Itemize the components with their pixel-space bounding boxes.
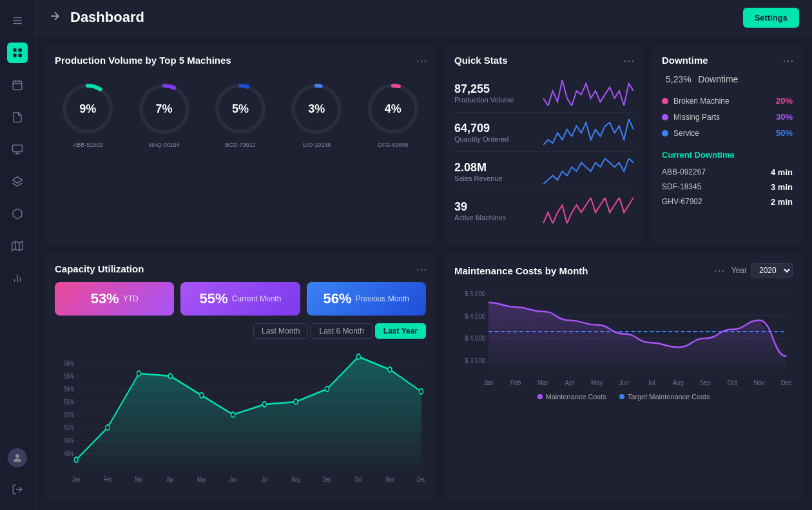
machine-circle: 3% UIO-10236 bbox=[287, 80, 345, 148]
sidebar-monitor-icon[interactable] bbox=[7, 139, 28, 160]
sidebar-map-icon[interactable] bbox=[7, 236, 28, 256]
svg-point-63 bbox=[106, 425, 110, 430]
quick-stats-card: Quick Stats ⋯ 87,255 Production Volume 6… bbox=[444, 44, 644, 245]
sidebar-logout-icon[interactable] bbox=[7, 479, 28, 500]
capacity-title: Capacity Utilization bbox=[55, 263, 426, 274]
svg-text:Jun: Jun bbox=[229, 476, 237, 483]
svg-text:Jul: Jul bbox=[647, 379, 655, 386]
filter-button[interactable]: Last Month bbox=[253, 323, 308, 339]
svg-point-65 bbox=[168, 373, 172, 379]
svg-text:$ 4.000: $ 4.000 bbox=[465, 335, 486, 342]
capacity-card: Capacity Utilization ⋯ 53% YTD 55% Curre… bbox=[44, 253, 436, 501]
production-volume-card: Production Volume by Top 5 Machines ⋯ 9%… bbox=[44, 44, 436, 245]
svg-marker-15 bbox=[12, 241, 23, 251]
svg-text:$ 5.000: $ 5.000 bbox=[465, 290, 486, 298]
maintenance-costs-card: Maintenance Costs by Month ⋯ Year 202020… bbox=[444, 253, 803, 501]
machine-circle: 4% OFG-69845 bbox=[364, 80, 422, 148]
sidebar-dashboard-icon[interactable] bbox=[7, 42, 28, 63]
svg-point-71 bbox=[356, 354, 360, 359]
svg-text:Nov: Nov bbox=[754, 379, 765, 386]
current-downtime-item: SDF-18345 3 min bbox=[662, 180, 793, 194]
stat-row: 87,255 Production Volume bbox=[454, 73, 633, 113]
legend-dot bbox=[537, 394, 543, 399]
maintenance-header: Maintenance Costs by Month ⋯ Year 202020… bbox=[454, 263, 793, 278]
sidebar-calendar-icon[interactable] bbox=[7, 75, 28, 95]
svg-text:Dec: Dec bbox=[417, 476, 426, 483]
svg-text:Aug: Aug bbox=[673, 379, 684, 386]
svg-text:$ 4.500: $ 4.500 bbox=[465, 313, 486, 320]
downtime-items: Broken Machine 20% Missing Parts 30% Ser… bbox=[662, 93, 793, 141]
svg-text:51%: 51% bbox=[64, 424, 74, 431]
legend-item: Target Maintenance Costs bbox=[619, 393, 710, 401]
year-select: Year 202020212022 bbox=[731, 263, 793, 278]
svg-point-62 bbox=[74, 457, 78, 462]
svg-text:Apr: Apr bbox=[565, 379, 575, 386]
svg-text:Feb: Feb bbox=[510, 379, 521, 386]
downtime-item: Missing Parts 30% bbox=[662, 109, 793, 125]
svg-point-66 bbox=[200, 393, 204, 398]
header: Dashboard Settings bbox=[35, 0, 812, 35]
svg-text:Mar: Mar bbox=[135, 476, 143, 483]
maintenance-menu[interactable]: ⋯ bbox=[713, 263, 725, 278]
svg-point-64 bbox=[137, 371, 141, 376]
downtime-dot bbox=[662, 130, 668, 137]
svg-rect-4 bbox=[19, 48, 22, 52]
sidebar-menu-icon[interactable] bbox=[7, 10, 28, 31]
svg-point-72 bbox=[388, 367, 392, 372]
svg-text:May: May bbox=[197, 476, 206, 483]
svg-text:Feb: Feb bbox=[104, 476, 112, 483]
svg-text:$ 3.500: $ 3.500 bbox=[465, 357, 486, 364]
svg-text:Sep: Sep bbox=[700, 379, 711, 386]
svg-text:55%: 55% bbox=[64, 373, 74, 380]
svg-text:Oct: Oct bbox=[728, 379, 737, 386]
downtime-dot bbox=[662, 98, 668, 104]
machine-circle: 7% MAQ-00194 bbox=[135, 80, 193, 148]
svg-text:49%: 49% bbox=[64, 450, 74, 457]
circles-row: 9% ABB-51502 7% MAQ-00194 bbox=[55, 73, 426, 151]
svg-point-67 bbox=[231, 412, 235, 417]
current-downtime-item: GHV-67902 2 min bbox=[662, 194, 793, 209]
svg-text:Jan: Jan bbox=[72, 476, 80, 483]
svg-rect-11 bbox=[13, 145, 23, 152]
quick-stats-menu[interactable]: ⋯ bbox=[623, 53, 635, 68]
capacity-box: 56% Previous Month bbox=[307, 282, 426, 316]
year-dropdown[interactable]: 202020212022 bbox=[751, 263, 793, 278]
svg-rect-7 bbox=[13, 81, 22, 90]
sidebar-document-icon[interactable] bbox=[7, 107, 28, 128]
production-volume-menu[interactable]: ⋯ bbox=[416, 53, 427, 68]
current-downtime-items: ABB-092267 4 min SDF-18345 3 min GHV-679… bbox=[662, 165, 793, 209]
filter-button[interactable]: Last 6 Month bbox=[311, 323, 372, 339]
svg-point-21 bbox=[15, 454, 19, 458]
svg-text:Mar: Mar bbox=[537, 379, 548, 386]
svg-text:50%: 50% bbox=[64, 437, 74, 444]
settings-button[interactable]: Settings bbox=[743, 8, 799, 28]
downtime-percentage: 5,23% Downtime bbox=[662, 73, 793, 85]
downtime-item: Broken Machine 20% bbox=[662, 93, 793, 109]
legend-dot bbox=[619, 394, 624, 399]
stat-row: 2.08M Sales Revenue bbox=[454, 152, 633, 191]
sidebar-cube-icon[interactable] bbox=[7, 203, 28, 224]
stat-row: 64,709 Quantity Ordered bbox=[454, 113, 633, 152]
svg-text:52%: 52% bbox=[64, 411, 74, 419]
machine-circle: 9% ABB-51502 bbox=[59, 80, 117, 148]
downtime-title: Downtime bbox=[662, 55, 793, 66]
capacity-box: 53% YTD bbox=[55, 282, 174, 316]
capacity-box: 55% Current Month bbox=[180, 282, 300, 316]
dashboard-body: Production Volume by Top 5 Machines ⋯ 9%… bbox=[35, 35, 812, 510]
downtime-dot bbox=[662, 114, 668, 120]
current-downtime-title: Current Downtime bbox=[662, 150, 793, 160]
svg-text:Sep: Sep bbox=[323, 476, 331, 483]
sidebar-avatar[interactable] bbox=[8, 448, 27, 468]
stats-container: 87,255 Production Volume 64,709 Quantity… bbox=[454, 73, 633, 230]
back-arrow-icon[interactable] bbox=[48, 10, 61, 25]
sidebar-chart-icon[interactable] bbox=[7, 268, 28, 288]
quick-stats-title: Quick Stats bbox=[454, 55, 633, 66]
machine-circle: 5% BCD-73012 bbox=[211, 80, 269, 148]
svg-point-69 bbox=[294, 399, 298, 404]
sidebar-layers-icon[interactable] bbox=[7, 171, 28, 192]
capacity-menu[interactable]: ⋯ bbox=[416, 262, 427, 276]
filter-button[interactable]: Last Year bbox=[375, 323, 426, 339]
svg-rect-3 bbox=[13, 48, 16, 52]
downtime-menu[interactable]: ⋯ bbox=[782, 53, 794, 68]
svg-text:Jun: Jun bbox=[619, 379, 628, 386]
